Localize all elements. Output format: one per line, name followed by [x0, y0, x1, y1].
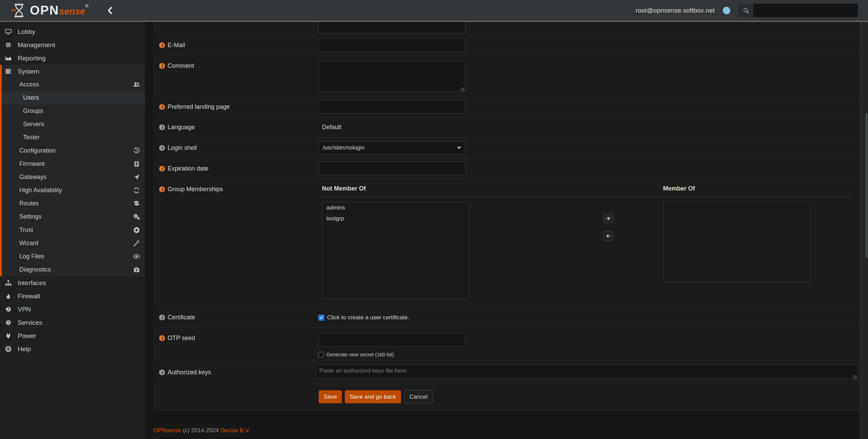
- info-icon[interactable]: i: [159, 186, 165, 192]
- medkit-icon: [133, 266, 140, 273]
- desktop-icon: [5, 28, 14, 35]
- not-member-of-header: Not Member Of: [322, 185, 366, 192]
- copyright-text: (c) 2014-2024: [183, 427, 219, 434]
- sidebar-item-label: Log Files: [19, 253, 44, 260]
- form-row-comment: iComment: [154, 56, 859, 97]
- sidebar-item-firmware[interactable]: Firmware: [2, 157, 145, 171]
- server-stack-icon: [5, 68, 14, 75]
- opnsense-logo[interactable]: OPNsense®: [12, 3, 88, 18]
- sidebar-item-label: Diagnostics: [19, 266, 51, 273]
- info-icon[interactable]: i: [159, 145, 165, 151]
- save-and-go-back-button[interactable]: Save and go back: [345, 390, 401, 403]
- list-item[interactable]: admins: [322, 202, 469, 213]
- top-navbar: OPNsense® root@opnsense.softbox.net: [0, 0, 868, 22]
- email-field[interactable]: [318, 38, 466, 52]
- scrollbar-track[interactable]: [860, 22, 868, 439]
- search-button[interactable]: [738, 4, 753, 17]
- sidebar-item-interfaces[interactable]: Interfaces: [0, 276, 145, 290]
- info-icon[interactable]: i: [159, 124, 165, 130]
- user-edit-form: iE-Mail iComment iPreferred landing page…: [153, 22, 860, 410]
- sidebar-item-management[interactable]: Management: [0, 38, 145, 52]
- area-chart-icon: [5, 55, 14, 62]
- sidebar-item-vpn[interactable]: VPN: [0, 303, 145, 316]
- sidebar-item-tester[interactable]: Tester: [2, 131, 145, 144]
- status-dot[interactable]: [723, 7, 730, 14]
- field-label: Expiration date: [168, 165, 208, 172]
- form-row-certificate: iCertificate ✓ Click to create a user ce…: [154, 307, 859, 328]
- sidebar-item-trust[interactable]: Trust: [2, 223, 145, 237]
- landing-page-field[interactable]: [318, 100, 466, 114]
- sidebar-item-wizard[interactable]: Wizard: [2, 237, 145, 250]
- form-row-login-shell: iLogin shell /usr/sbin/nologin: [154, 138, 859, 158]
- authorized-keys-textarea[interactable]: [316, 364, 858, 379]
- sidebar-item-system[interactable]: System: [2, 65, 145, 78]
- sidebar-item-configuration[interactable]: Configuration: [2, 144, 145, 157]
- sidebar-item-gateways[interactable]: Gateways: [2, 171, 145, 184]
- sidebar-item-label: Lobby: [18, 28, 35, 36]
- field-label: Group Memberships: [168, 186, 223, 193]
- sidebar-item-settings[interactable]: Settings: [2, 210, 145, 223]
- sidebar-item-label: Firewall: [18, 293, 40, 300]
- not-member-of-list[interactable]: admins testgrp: [322, 202, 469, 299]
- info-icon[interactable]: i: [159, 63, 165, 69]
- sidebar-item-power[interactable]: Power: [0, 329, 145, 342]
- member-of-header: Member Of: [663, 185, 695, 192]
- field-label: E-Mail: [168, 42, 185, 49]
- sidebar-item-routes[interactable]: Routes: [2, 197, 145, 210]
- info-icon[interactable]: i: [159, 335, 165, 341]
- search-input[interactable]: [753, 4, 858, 17]
- deciso-footer-link[interactable]: Deciso B.V.: [221, 427, 250, 434]
- sidebar-item-label: Routes: [19, 200, 39, 207]
- sidebar-item-groups[interactable]: Groups: [2, 104, 145, 118]
- scrollbar-thumb[interactable]: [866, 113, 867, 258]
- certificate-checkbox-label: Click to create a user certificate.: [327, 314, 409, 321]
- sidebar-item-servers[interactable]: Servers: [2, 118, 145, 131]
- content-area: iE-Mail iComment iPreferred landing page…: [145, 22, 868, 439]
- generate-secret-label: Generate new secret (160 bit): [326, 352, 394, 357]
- comment-textarea[interactable]: [318, 61, 466, 92]
- field-label: Login shell: [168, 144, 197, 152]
- info-icon[interactable]: i: [159, 370, 165, 375]
- save-button[interactable]: Save: [319, 390, 342, 403]
- certificate-checkbox[interactable]: ✓: [318, 315, 324, 321]
- sidebar-item-high-availability[interactable]: High Availability: [2, 184, 145, 197]
- sidebar-item-help[interactable]: Help: [0, 342, 145, 356]
- sidebar-item-diagnostics[interactable]: Diagnostics: [2, 263, 145, 276]
- sidebar-item-users[interactable]: Users: [2, 91, 145, 104]
- login-shell-select[interactable]: /usr/sbin/nologin: [318, 141, 466, 155]
- fire-icon: [5, 293, 14, 300]
- info-icon[interactable]: i: [159, 104, 165, 110]
- field-label: OTP seed: [168, 335, 195, 342]
- field-label: Preferred landing page: [168, 103, 230, 111]
- info-icon[interactable]: i: [159, 42, 165, 48]
- sidebar-item-firewall[interactable]: Firewall: [0, 290, 145, 303]
- field-label: Comment: [168, 62, 194, 69]
- sidebar-item-label: Power: [18, 332, 36, 340]
- sidebar-item-log-files[interactable]: Log Files: [2, 250, 145, 263]
- list-item[interactable]: testgrp: [322, 213, 469, 224]
- member-of-list[interactable]: [663, 201, 810, 282]
- sidebar-item-reporting[interactable]: Reporting: [0, 52, 145, 65]
- sidebar-item-label: Trust: [19, 226, 33, 234]
- sidebar-item-lobby[interactable]: Lobby: [0, 25, 145, 38]
- brand-registered-mark: ®: [85, 3, 89, 8]
- info-icon[interactable]: i: [159, 166, 165, 172]
- sidebar-item-services[interactable]: Services: [0, 316, 145, 329]
- sidebar-collapse-button[interactable]: [106, 6, 115, 15]
- opnsense-footer-link[interactable]: OPNsense: [153, 427, 181, 434]
- cancel-button[interactable]: Cancel: [404, 390, 433, 403]
- sidebar-item-label: Gateways: [19, 174, 46, 181]
- sidebar-item-label: Tester: [23, 134, 40, 141]
- otp-seed-field[interactable]: [318, 333, 466, 347]
- remove-group-button[interactable]: [603, 231, 613, 241]
- info-icon[interactable]: i: [159, 315, 165, 320]
- expiration-date-field[interactable]: [318, 162, 466, 175]
- sidebar-item-label: Interfaces: [18, 279, 46, 287]
- generate-secret-checkbox[interactable]: [318, 352, 324, 357]
- sidebar-item-access[interactable]: Access: [2, 78, 145, 91]
- form-row-cutoff: [154, 22, 859, 35]
- cutoff-input[interactable]: [318, 22, 466, 33]
- footer: OPNsense (c) 2014-2024 Deciso B.V.: [153, 427, 868, 434]
- add-group-button[interactable]: [603, 214, 613, 223]
- chevron-left-icon: [106, 6, 115, 15]
